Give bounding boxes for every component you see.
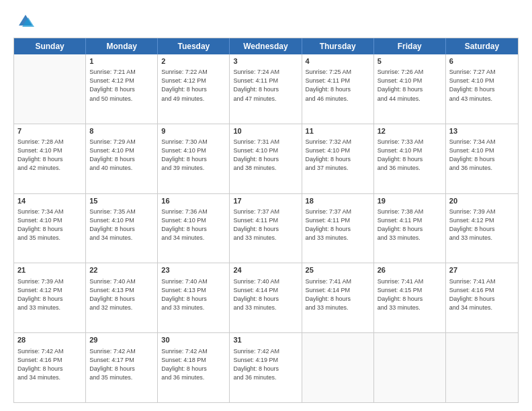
calendar-row-3: 14Sunrise: 7:34 AMSunset: 4:10 PMDayligh… <box>14 193 518 263</box>
calendar-cell: 18Sunrise: 7:37 AMSunset: 4:11 PMDayligh… <box>302 194 374 263</box>
cell-info: Sunrise: 7:40 AMSunset: 4:13 PMDaylight:… <box>89 277 154 312</box>
day-number: 8 <box>89 126 154 136</box>
calendar-cell: 13Sunrise: 7:34 AMSunset: 4:10 PMDayligh… <box>446 124 518 193</box>
header <box>13 12 519 31</box>
calendar-cell: 10Sunrise: 7:31 AMSunset: 4:10 PMDayligh… <box>230 124 302 193</box>
cell-info: Sunrise: 7:40 AMSunset: 4:14 PMDaylight:… <box>233 277 298 312</box>
day-number: 5 <box>378 56 442 66</box>
cell-info: Sunrise: 7:31 AMSunset: 4:10 PMDaylight:… <box>233 138 298 173</box>
day-number: 10 <box>233 126 298 136</box>
calendar-cell: 20Sunrise: 7:39 AMSunset: 4:12 PMDayligh… <box>446 194 518 263</box>
cell-info: Sunrise: 7:29 AMSunset: 4:10 PMDaylight:… <box>89 138 154 173</box>
day-number: 27 <box>449 265 515 275</box>
day-number: 15 <box>89 196 154 206</box>
day-number: 2 <box>161 56 226 66</box>
calendar-cell: 30Sunrise: 7:42 AMSunset: 4:18 PMDayligh… <box>158 333 230 402</box>
day-number: 17 <box>233 196 298 206</box>
day-number: 9 <box>161 126 226 136</box>
day-number: 1 <box>89 56 154 66</box>
calendar-header: SundayMondayTuesdayWednesdayThursdayFrid… <box>14 38 518 54</box>
day-number: 23 <box>161 265 226 275</box>
day-number: 22 <box>89 265 154 275</box>
calendar-cell: 19Sunrise: 7:38 AMSunset: 4:11 PMDayligh… <box>374 194 446 263</box>
calendar-row-2: 7Sunrise: 7:28 AMSunset: 4:10 PMDaylight… <box>14 124 518 193</box>
calendar-cell <box>302 333 374 402</box>
cell-info: Sunrise: 7:26 AMSunset: 4:10 PMDaylight:… <box>378 68 442 103</box>
day-number: 16 <box>161 196 226 206</box>
calendar: SundayMondayTuesdayWednesdayThursdayFrid… <box>13 38 519 403</box>
calendar-cell: 5Sunrise: 7:26 AMSunset: 4:10 PMDaylight… <box>374 54 446 124</box>
calendar-cell: 23Sunrise: 7:40 AMSunset: 4:13 PMDayligh… <box>158 263 230 332</box>
calendar-row-5: 28Sunrise: 7:42 AMSunset: 4:16 PMDayligh… <box>14 332 518 402</box>
calendar-row-1: 1Sunrise: 7:21 AMSunset: 4:12 PMDaylight… <box>14 54 518 124</box>
header-day-wednesday: Wednesday <box>230 38 302 54</box>
calendar-cell: 4Sunrise: 7:25 AMSunset: 4:11 PMDaylight… <box>302 54 374 124</box>
calendar-cell <box>374 333 446 402</box>
cell-info: Sunrise: 7:30 AMSunset: 4:10 PMDaylight:… <box>161 138 226 173</box>
cell-info: Sunrise: 7:21 AMSunset: 4:12 PMDaylight:… <box>89 68 154 103</box>
calendar-cell <box>14 54 86 124</box>
calendar-cell: 17Sunrise: 7:37 AMSunset: 4:11 PMDayligh… <box>230 194 302 263</box>
calendar-cell: 27Sunrise: 7:41 AMSunset: 4:16 PMDayligh… <box>446 263 518 332</box>
calendar-cell: 3Sunrise: 7:24 AMSunset: 4:11 PMDaylight… <box>230 54 302 124</box>
cell-info: Sunrise: 7:32 AMSunset: 4:10 PMDaylight:… <box>306 138 370 173</box>
day-number: 28 <box>17 335 82 345</box>
day-number: 25 <box>306 265 370 275</box>
day-number: 13 <box>449 126 515 136</box>
calendar-row-4: 21Sunrise: 7:39 AMSunset: 4:12 PMDayligh… <box>14 263 518 332</box>
cell-info: Sunrise: 7:42 AMSunset: 4:16 PMDaylight:… <box>17 347 82 382</box>
day-number: 6 <box>449 56 515 66</box>
calendar-body: 1Sunrise: 7:21 AMSunset: 4:12 PMDaylight… <box>14 54 518 402</box>
page: SundayMondayTuesdayWednesdayThursdayFrid… <box>0 0 532 411</box>
day-number: 7 <box>17 126 82 136</box>
calendar-cell: 7Sunrise: 7:28 AMSunset: 4:10 PMDaylight… <box>14 124 86 193</box>
day-number: 20 <box>449 196 515 206</box>
calendar-cell: 21Sunrise: 7:39 AMSunset: 4:12 PMDayligh… <box>14 263 86 332</box>
cell-info: Sunrise: 7:33 AMSunset: 4:10 PMDaylight:… <box>378 138 442 173</box>
day-number: 19 <box>378 196 442 206</box>
calendar-cell: 8Sunrise: 7:29 AMSunset: 4:10 PMDaylight… <box>86 124 158 193</box>
calendar-cell: 11Sunrise: 7:32 AMSunset: 4:10 PMDayligh… <box>302 124 374 193</box>
calendar-cell: 14Sunrise: 7:34 AMSunset: 4:10 PMDayligh… <box>14 194 86 263</box>
header-day-sunday: Sunday <box>14 38 86 54</box>
cell-info: Sunrise: 7:42 AMSunset: 4:18 PMDaylight:… <box>161 347 226 382</box>
cell-info: Sunrise: 7:41 AMSunset: 4:16 PMDaylight:… <box>449 277 515 312</box>
cell-info: Sunrise: 7:25 AMSunset: 4:11 PMDaylight:… <box>306 68 370 103</box>
cell-info: Sunrise: 7:38 AMSunset: 4:11 PMDaylight:… <box>378 208 442 242</box>
calendar-cell: 2Sunrise: 7:22 AMSunset: 4:12 PMDaylight… <box>158 54 230 124</box>
cell-info: Sunrise: 7:37 AMSunset: 4:11 PMDaylight:… <box>233 208 298 242</box>
day-number: 18 <box>306 196 370 206</box>
day-number: 26 <box>378 265 442 275</box>
day-number: 31 <box>233 335 298 345</box>
cell-info: Sunrise: 7:42 AMSunset: 4:19 PMDaylight:… <box>233 347 298 382</box>
logo <box>13 12 35 31</box>
calendar-cell: 22Sunrise: 7:40 AMSunset: 4:13 PMDayligh… <box>86 263 158 332</box>
day-number: 29 <box>89 335 154 345</box>
cell-info: Sunrise: 7:39 AMSunset: 4:12 PMDaylight:… <box>449 208 515 242</box>
day-number: 11 <box>306 126 370 136</box>
calendar-cell: 29Sunrise: 7:42 AMSunset: 4:17 PMDayligh… <box>86 333 158 402</box>
calendar-cell: 6Sunrise: 7:27 AMSunset: 4:10 PMDaylight… <box>446 54 518 124</box>
day-number: 30 <box>161 335 226 345</box>
day-number: 14 <box>17 196 82 206</box>
day-number: 3 <box>233 56 298 66</box>
cell-info: Sunrise: 7:28 AMSunset: 4:10 PMDaylight:… <box>17 138 82 173</box>
calendar-cell: 31Sunrise: 7:42 AMSunset: 4:19 PMDayligh… <box>230 333 302 402</box>
day-number: 4 <box>306 56 370 66</box>
day-number: 12 <box>378 126 442 136</box>
cell-info: Sunrise: 7:41 AMSunset: 4:15 PMDaylight:… <box>378 277 442 312</box>
header-day-thursday: Thursday <box>302 38 374 54</box>
logo-icon <box>16 12 35 31</box>
cell-info: Sunrise: 7:35 AMSunset: 4:10 PMDaylight:… <box>89 208 154 242</box>
header-day-monday: Monday <box>86 38 158 54</box>
header-day-saturday: Saturday <box>446 38 518 54</box>
cell-info: Sunrise: 7:37 AMSunset: 4:11 PMDaylight:… <box>306 208 370 242</box>
cell-info: Sunrise: 7:24 AMSunset: 4:11 PMDaylight:… <box>233 68 298 103</box>
calendar-cell: 28Sunrise: 7:42 AMSunset: 4:16 PMDayligh… <box>14 333 86 402</box>
cell-info: Sunrise: 7:27 AMSunset: 4:10 PMDaylight:… <box>449 68 515 103</box>
cell-info: Sunrise: 7:39 AMSunset: 4:12 PMDaylight:… <box>17 277 82 312</box>
day-number: 21 <box>17 265 82 275</box>
calendar-cell: 1Sunrise: 7:21 AMSunset: 4:12 PMDaylight… <box>86 54 158 124</box>
cell-info: Sunrise: 7:42 AMSunset: 4:17 PMDaylight:… <box>89 347 154 382</box>
day-number: 24 <box>233 265 298 275</box>
